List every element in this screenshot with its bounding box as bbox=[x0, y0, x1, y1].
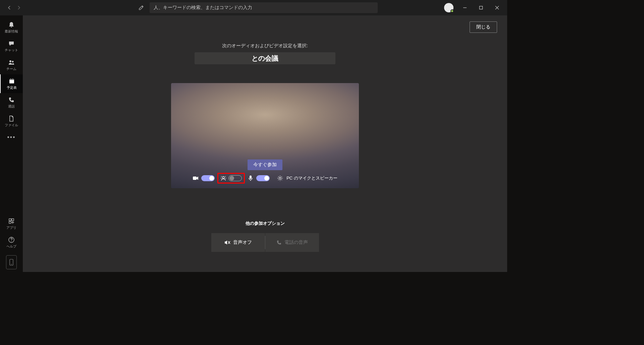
rail-more-button[interactable]: ••• bbox=[0, 131, 23, 144]
svg-rect-5 bbox=[9, 79, 14, 80]
rail-item-help[interactable]: ヘルプ bbox=[0, 233, 23, 252]
rail-label: チャット bbox=[5, 48, 18, 53]
meeting-title: との会議 bbox=[252, 54, 278, 63]
svg-point-20 bbox=[225, 178, 226, 179]
rail-item-files[interactable]: ファイル bbox=[0, 112, 23, 131]
svg-point-22 bbox=[279, 177, 281, 179]
rail-item-activity[interactable]: 最新情報 bbox=[0, 18, 23, 37]
phone-audio-label: 電話の音声 bbox=[284, 239, 308, 246]
svg-rect-10 bbox=[9, 221, 11, 223]
rail-item-apps[interactable]: アプリ bbox=[0, 214, 23, 233]
titlebar-right bbox=[444, 3, 504, 12]
phone-icon bbox=[8, 96, 15, 104]
background-blur-icon bbox=[220, 175, 226, 181]
svg-point-18 bbox=[225, 176, 226, 177]
svg-point-14 bbox=[11, 264, 12, 265]
other-options-row: 音声オフ 電話の音声 bbox=[211, 233, 319, 252]
audio-off-button[interactable]: 音声オフ bbox=[211, 233, 265, 252]
camera-icon bbox=[193, 175, 199, 181]
close-button[interactable]: 閉じる bbox=[470, 21, 497, 33]
teams-icon bbox=[8, 59, 15, 66]
rail-label: チーム bbox=[6, 67, 16, 71]
back-button[interactable] bbox=[6, 4, 13, 11]
minimize-button[interactable] bbox=[460, 3, 470, 12]
settings-label: 次のオーディオおよびビデオ設定を選択: bbox=[222, 43, 308, 49]
phone-audio-button[interactable]: 電話の音声 bbox=[265, 233, 319, 252]
background-blur-toggle[interactable] bbox=[228, 175, 242, 181]
meeting-title-input[interactable]: との会議 bbox=[195, 52, 335, 64]
svg-rect-21 bbox=[250, 176, 252, 179]
nav-arrows bbox=[3, 4, 22, 11]
rail-item-chat[interactable]: チャット bbox=[0, 37, 23, 56]
rail-label: アプリ bbox=[6, 225, 16, 230]
join-now-button[interactable]: 今すぐ参加 bbox=[248, 159, 282, 170]
bell-icon bbox=[8, 21, 15, 28]
apps-icon bbox=[8, 217, 15, 225]
background-blur-highlight bbox=[217, 173, 245, 184]
mobile-button[interactable] bbox=[6, 255, 17, 269]
mic-toggle[interactable] bbox=[256, 175, 270, 181]
rail-item-calendar[interactable]: 予定表 bbox=[0, 74, 23, 93]
svg-point-19 bbox=[221, 178, 221, 179]
mic-icon bbox=[248, 175, 254, 181]
svg-point-16 bbox=[222, 177, 224, 179]
rail-label: ヘルプ bbox=[6, 244, 16, 249]
rail-item-calls[interactable]: 通話 bbox=[0, 93, 23, 112]
avatar[interactable] bbox=[444, 3, 453, 12]
meeting-prejoin: 閉じる 次のオーディオおよびビデオ設定を選択: との会議 今すぐ参加 bbox=[23, 15, 507, 272]
svg-rect-1 bbox=[480, 6, 483, 9]
chat-icon bbox=[8, 40, 15, 47]
titlebar: 人、キーワードの検索、またはコマンドの入力 bbox=[0, 0, 507, 15]
help-icon bbox=[8, 236, 15, 244]
app-rail: 最新情報 チャット チーム 予定表 通話 bbox=[0, 15, 23, 272]
device-label[interactable]: PC のマイクとスピーカー bbox=[286, 175, 337, 181]
rail-label: 予定表 bbox=[7, 85, 17, 90]
rail-item-teams[interactable]: チーム bbox=[0, 56, 23, 74]
other-options-label: 他の参加オプション bbox=[246, 220, 285, 226]
svg-point-3 bbox=[12, 61, 14, 63]
camera-toggle[interactable] bbox=[201, 175, 215, 181]
rail-label: 最新情報 bbox=[5, 29, 18, 34]
svg-rect-15 bbox=[193, 177, 197, 180]
search-placeholder: 人、キーワードの検索、またはコマンドの入力 bbox=[154, 5, 252, 11]
rail-label: ファイル bbox=[5, 123, 18, 128]
calendar-icon bbox=[8, 77, 15, 85]
audio-off-label: 音声オフ bbox=[233, 239, 252, 246]
gear-icon[interactable] bbox=[277, 175, 283, 181]
presence-indicator bbox=[450, 9, 454, 13]
prejoin-controls: PC のマイクとスピーカー bbox=[171, 173, 359, 184]
svg-point-12 bbox=[11, 241, 12, 242]
close-window-button[interactable] bbox=[492, 3, 502, 12]
file-icon bbox=[8, 115, 15, 122]
svg-rect-9 bbox=[12, 219, 14, 221]
svg-point-17 bbox=[221, 176, 222, 177]
video-preview: 今すぐ参加 bbox=[171, 83, 359, 188]
svg-rect-6 bbox=[10, 78, 11, 80]
svg-rect-8 bbox=[9, 219, 11, 221]
speaker-off-icon bbox=[224, 240, 230, 245]
search-input[interactable]: 人、キーワードの検索、またはコマンドの入力 bbox=[150, 2, 378, 13]
phone-icon bbox=[276, 240, 282, 245]
svg-point-2 bbox=[9, 60, 11, 62]
svg-rect-7 bbox=[12, 78, 13, 80]
compose-icon[interactable] bbox=[136, 3, 146, 13]
forward-button[interactable] bbox=[15, 4, 22, 11]
rail-label: 通話 bbox=[8, 104, 15, 109]
maximize-button[interactable] bbox=[476, 3, 486, 12]
